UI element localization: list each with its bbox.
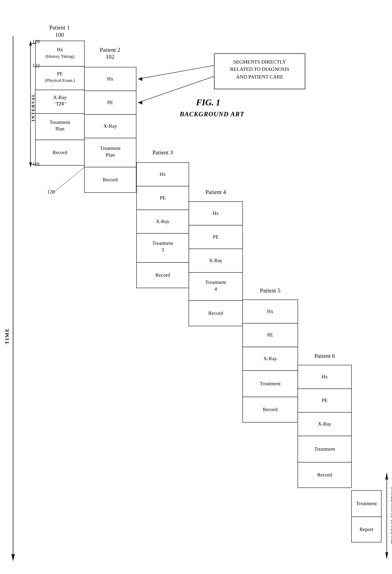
svg-text:X-Ray: X-Ray: [103, 123, 117, 129]
svg-text:Patient 6: Patient 6: [314, 352, 335, 359]
p1-label: Patient 1: [49, 24, 70, 31]
svg-text:PE: PE: [267, 332, 273, 338]
svg-text:X-Ray: X-Ray: [209, 258, 223, 263]
svg-text:INTERVAL: INTERVAL: [31, 93, 35, 121]
svg-text:(Physical Exam.): (Physical Exam.): [45, 78, 75, 83]
svg-text:122: 122: [32, 63, 40, 68]
svg-text:Hx: Hx: [322, 374, 328, 379]
svg-text:Plan: Plan: [106, 152, 115, 158]
full-diagram: Patient 1 100 Hx (History Taking) PE (Ph…: [0, 0, 392, 574]
svg-text:Record: Record: [317, 472, 332, 477]
svg-text:Record: Record: [208, 310, 223, 316]
svg-text:PE: PE: [107, 100, 113, 105]
svg-text:RELATED TO DIAGNOSIS: RELATED TO DIAGNOSIS: [230, 66, 289, 72]
svg-text:Treatment: Treatment: [314, 446, 335, 452]
svg-text:(History Taking): (History Taking): [45, 54, 75, 59]
svg-text:PE: PE: [57, 71, 63, 77]
svg-text:X-Ray: X-Ray: [263, 356, 277, 361]
svg-text:Record: Record: [103, 177, 118, 182]
svg-text:PE: PE: [160, 195, 166, 201]
svg-text:Patient 3: Patient 3: [153, 149, 173, 156]
svg-text:AND PATIENT CARE: AND PATIENT CARE: [236, 74, 283, 80]
svg-text:Plan: Plan: [55, 126, 64, 131]
svg-text:TIME: TIME: [4, 328, 10, 344]
svg-text:Patient 5: Patient 5: [260, 287, 280, 294]
svg-text:SEGMENTS DIRECTLY: SEGMENTS DIRECTLY: [233, 59, 286, 65]
svg-text:Treatment: Treatment: [50, 119, 70, 125]
svg-text:Record: Record: [263, 407, 278, 412]
svg-text:124: 124: [56, 101, 64, 106]
svg-text:3: 3: [161, 247, 164, 252]
svg-text:Hx: Hx: [213, 210, 219, 216]
svg-text:Patient 2: Patient 2: [100, 46, 120, 53]
svg-text:BACKGROUND ART: BACKGROUND ART: [179, 110, 244, 118]
svg-text:Treatment: Treatment: [260, 381, 280, 386]
svg-text:PE: PE: [322, 397, 328, 403]
svg-text:Treatment: Treatment: [356, 501, 377, 506]
svg-text:Treatment: Treatment: [100, 145, 120, 151]
svg-text:Record: Record: [53, 149, 67, 155]
svg-text:Hx: Hx: [107, 76, 113, 82]
svg-text:Treatment: Treatment: [152, 240, 173, 246]
svg-rect-51: [35, 41, 84, 66]
svg-text:INCREASING INTERVAL: INCREASING INTERVAL: [390, 487, 392, 545]
svg-text:Record: Record: [156, 272, 170, 278]
svg-text:Treatment: Treatment: [205, 279, 226, 285]
svg-text:Hx: Hx: [267, 308, 273, 314]
svg-text:Hx: Hx: [160, 171, 166, 177]
p1-ref: 100: [55, 31, 64, 38]
svg-text:X-Ray: X-Ray: [53, 94, 67, 100]
svg-text:102: 102: [106, 53, 114, 60]
svg-text:128: 128: [47, 189, 55, 195]
svg-text:4: 4: [215, 286, 217, 292]
svg-text:Hx: Hx: [57, 47, 63, 52]
svg-text:FIG. 1: FIG. 1: [196, 98, 220, 107]
svg-text:Patient 4: Patient 4: [206, 189, 226, 195]
svg-text:X-Ray: X-Ray: [318, 421, 332, 427]
svg-text:126: 126: [32, 161, 40, 167]
svg-text:PE: PE: [213, 234, 219, 240]
svg-text:X-Ray: X-Ray: [156, 219, 170, 224]
svg-text:120: 120: [32, 39, 40, 44]
svg-text:Report: Report: [359, 526, 373, 532]
